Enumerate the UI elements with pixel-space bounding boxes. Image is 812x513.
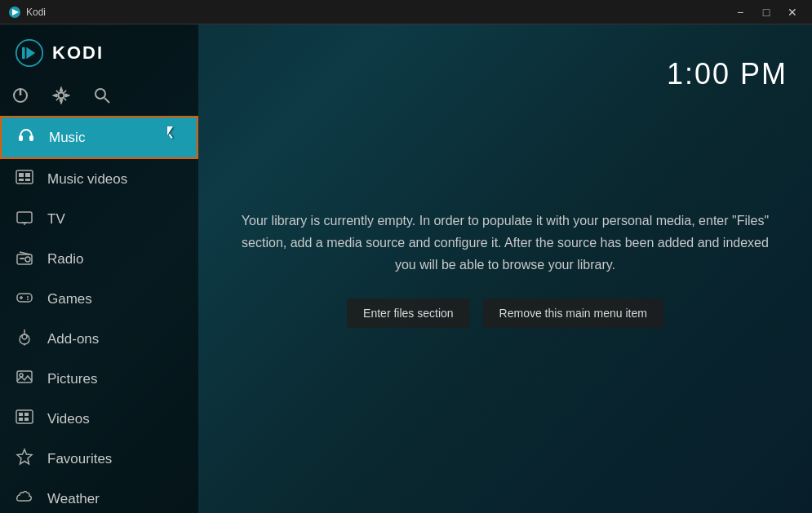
svg-point-22 (25, 257, 30, 262)
sidebar-item-tv[interactable]: TV (0, 199, 198, 239)
weather-icon (15, 488, 34, 510)
svg-rect-3 (22, 47, 25, 59)
svg-rect-38 (24, 418, 29, 421)
minimize-button[interactable]: − (729, 4, 752, 20)
svg-line-10 (104, 98, 109, 103)
svg-marker-4 (26, 47, 35, 59)
power-button[interactable] (11, 86, 29, 104)
titlebar-controls: − □ ✕ (729, 4, 804, 20)
sidebar-item-radio[interactable]: Radio (0, 239, 198, 279)
svg-rect-34 (16, 410, 33, 423)
titlebar: Kodi − □ ✕ (0, 0, 812, 24)
music-video-icon (16, 168, 33, 186)
music-videos-icon (15, 168, 34, 190)
header-row: KODI (0, 24, 198, 82)
remove-menu-item-button[interactable]: Remove this main menu item (483, 299, 663, 328)
radio-icon-svg (16, 248, 33, 266)
addons-icon (15, 328, 34, 350)
app-container: KODI (0, 24, 812, 513)
sidebar-item-addons-label: Add-ons (47, 331, 99, 347)
sidebar-item-favourites[interactable]: Favourites (0, 439, 198, 479)
svg-rect-35 (19, 413, 23, 416)
clock-display: 1:00 PM (667, 57, 788, 91)
games-icon (15, 288, 34, 310)
sidebar-item-games-label: Games (47, 291, 92, 307)
settings-icon (52, 86, 70, 104)
tv-icon (15, 208, 34, 230)
headphones-icon (17, 126, 35, 144)
sidebar-item-weather-label: Weather (47, 491, 100, 507)
svg-rect-23 (20, 258, 24, 259)
svg-rect-36 (24, 413, 29, 416)
main-content: 1:00 PM Your library is currently empty.… (198, 24, 812, 513)
svg-rect-15 (25, 173, 30, 177)
sidebar: KODI (0, 24, 198, 513)
sidebar-item-videos-label: Videos (47, 411, 90, 427)
action-buttons: Enter files section Remove this main men… (347, 299, 663, 328)
empty-library-message: Your library is currently empty. In orde… (231, 210, 779, 276)
settings-button[interactable] (52, 86, 70, 104)
tv-icon-svg (16, 208, 33, 226)
sidebar-item-weather[interactable]: Weather (0, 479, 198, 513)
logo-area: KODI (15, 38, 104, 68)
enter-files-button[interactable]: Enter files section (347, 299, 470, 328)
sidebar-item-games[interactable]: Games (0, 279, 198, 319)
addons-icon-svg (16, 328, 33, 346)
videos-icon-svg (16, 408, 33, 426)
sidebar-item-radio-label: Radio (47, 251, 83, 268)
svg-marker-39 (17, 449, 32, 464)
pictures-icon-svg (16, 368, 33, 386)
svg-point-28 (27, 296, 29, 298)
kodi-title: KODI (52, 42, 104, 64)
svg-rect-14 (19, 173, 24, 177)
maximize-button[interactable]: □ (755, 4, 778, 20)
pictures-icon (15, 368, 34, 390)
videos-icon (15, 408, 34, 430)
titlebar-left: Kodi (8, 6, 46, 19)
close-button[interactable]: ✕ (781, 4, 804, 20)
sidebar-item-music-label: Music (49, 130, 85, 146)
sidebar-item-music[interactable]: Music (0, 116, 198, 159)
svg-rect-12 (29, 135, 33, 141)
gamepad-icon (16, 288, 33, 306)
music-icon (16, 126, 36, 148)
radio-icon (15, 248, 34, 270)
sidebar-item-pictures-label: Pictures (47, 371, 97, 387)
sidebar-item-favourites-label: Favourites (47, 451, 112, 467)
star-icon (16, 448, 33, 466)
sidebar-item-videos[interactable]: Videos (0, 399, 198, 439)
weather-icon-svg (16, 488, 33, 506)
nav-list: Music Music videos (0, 116, 198, 513)
sidebar-item-tv-label: TV (47, 211, 65, 228)
titlebar-app-name: Kodi (26, 7, 46, 18)
kodi-logo-icon (15, 38, 44, 68)
sidebar-item-music-videos-label: Music videos (47, 171, 127, 188)
sidebar-item-pictures[interactable]: Pictures (0, 359, 198, 399)
svg-point-9 (95, 89, 105, 99)
svg-rect-37 (19, 418, 23, 421)
svg-point-29 (27, 299, 29, 300)
svg-rect-11 (19, 135, 23, 141)
search-icon (93, 86, 111, 104)
sidebar-item-addons[interactable]: Add-ons (0, 319, 198, 359)
power-icon (11, 86, 29, 104)
sidebar-item-music-videos[interactable]: Music videos (0, 159, 198, 199)
search-button[interactable] (93, 86, 111, 104)
svg-rect-25 (17, 294, 32, 302)
icon-bar (0, 82, 198, 116)
kodi-small-icon (8, 6, 21, 19)
favourites-icon (15, 448, 34, 470)
svg-rect-16 (19, 179, 24, 181)
svg-rect-17 (25, 179, 30, 181)
svg-rect-18 (17, 212, 32, 223)
